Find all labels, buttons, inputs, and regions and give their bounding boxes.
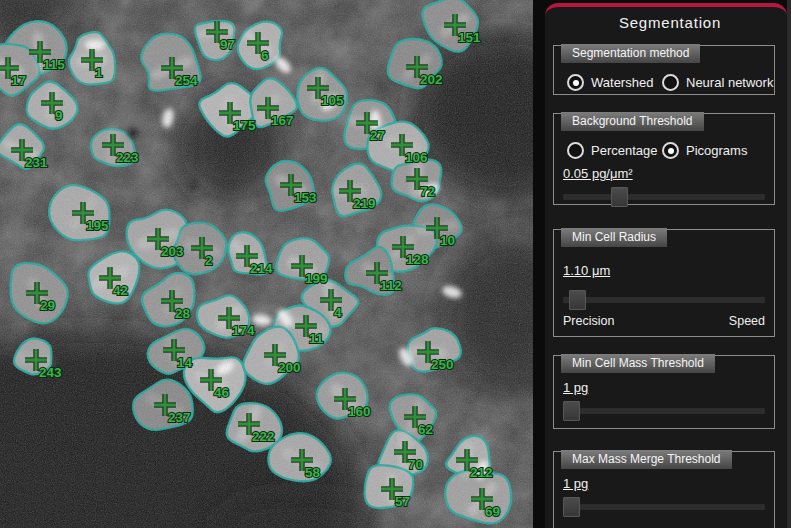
cell-id-label: 58 [305,465,321,480]
cell-id-label: 195 [86,218,109,233]
cell-id-label: 10 [440,233,455,248]
cell-id-label: 69 [485,504,500,519]
cell-id-label: 222 [252,429,275,444]
slider-track[interactable] [563,504,765,510]
cell-id-label: 70 [408,457,423,472]
cell-id-label: 199 [305,271,328,286]
cell-id-label: 9 [55,108,63,123]
cell-id-label: 203 [161,244,184,259]
slider-thumb[interactable] [563,401,580,421]
slider-thumb[interactable] [611,187,628,207]
cell-id-label: 4 [334,305,342,320]
cell-id-label: 72 [420,184,435,199]
cell-id-label: 2 [205,253,213,268]
cell-id-label: 237 [168,410,191,425]
slider-max-label: Speed [729,314,765,328]
slider-track[interactable] [563,194,765,200]
cell-id-label: 105 [321,93,344,108]
slider-min-label: Precision [563,314,614,328]
cell-id-label: 14 [177,355,193,370]
cell-id-label: 160 [348,404,371,419]
cell-id-label: 1 [95,65,103,80]
cell-id-label: 254 [175,73,198,88]
cell-id-label: 250 [431,357,454,372]
cell-id-label: 97 [220,37,235,52]
cell-id-label: 42 [113,283,128,298]
cell-id-label: 231 [25,155,48,170]
cell-id-label: 175 [233,118,256,133]
group-caption: Min Cell Mass Threshold [561,354,715,373]
cell-id-label: 243 [39,365,62,380]
cell-id-label: 174 [232,323,255,338]
group-caption: Max Mass Merge Threshold [561,450,732,469]
radio-label: Neural network [686,75,773,90]
cell-id-label: 219 [353,196,376,211]
background-threshold-slider[interactable] [563,187,765,207]
cell-id-label: 153 [294,190,317,205]
group-background-threshold: Background Threshold Percentage Picogram… [553,113,775,205]
cell-id-label: 6 [261,48,269,63]
cell-id-label: 212 [470,465,493,480]
group-caption: Background Threshold [561,112,704,131]
group-caption: Segmentation method [561,44,700,63]
radio-circle-icon [662,142,679,159]
cell-id-label: 11 [309,331,324,346]
slider-track[interactable] [563,408,765,414]
cell-id-label: 17 [11,73,26,88]
radio-circle-icon [567,142,584,159]
radio-label: Percentage [591,143,658,158]
min-cell-radius-value[interactable]: 1.10 μm [563,263,610,278]
window-edge-strip [787,0,791,528]
max-mass-merge-slider[interactable] [563,497,765,517]
cell-id-label: 115 [43,57,65,72]
cell-id-label: 200 [278,360,301,375]
group-segmentation-method: Segmentation method Watershed Neural net… [553,45,775,95]
cell-id-label: 202 [420,72,443,87]
cell-id-label: 28 [175,306,191,321]
slider-thumb[interactable] [569,290,586,310]
radio-percentage[interactable]: Percentage [567,142,662,159]
slider-track[interactable] [563,297,765,303]
cell-id-label: 223 [116,150,139,165]
group-caption: Min Cell Radius [561,228,667,247]
cell-id-label: 167 [271,113,294,128]
cell-id-label: 106 [405,150,428,165]
cell-id-label: 57 [395,494,410,509]
slider-thumb[interactable] [563,497,580,517]
microscopy-view[interactable]: 1151712549769175223231151202105167271061… [0,0,533,528]
cell-id-label: 112 [380,278,402,293]
min-cell-radius-slider[interactable] [563,290,765,310]
radio-neural-network[interactable]: Neural network [662,74,773,91]
radio-circle-icon [567,74,584,91]
group-min-cell-radius: Min Cell Radius 1.10 μm Precision Speed [553,229,775,337]
cell-id-label: 128 [406,252,429,267]
cell-id-label: 151 [458,30,481,45]
radio-circle-icon [662,74,679,91]
cell-id-label: 27 [370,128,385,143]
cell-id-label: 46 [214,385,230,400]
segmented-cells-canvas[interactable]: 1151712549769175223231151202105167271061… [0,0,533,528]
group-max-mass-merge-threshold: Max Mass Merge Threshold 1 pg [553,451,775,528]
cell-id-label: 62 [418,422,433,437]
radio-picograms[interactable]: Picograms [662,142,747,159]
cell-id-label: 214 [250,261,273,276]
min-cell-mass-slider[interactable] [563,401,765,421]
panel-title: Segmentation [553,14,787,31]
segmentation-panel: Segmentation Segmentation method Watersh… [545,3,787,528]
background-threshold-value[interactable]: 0.05 pg/μm² [563,166,633,181]
radio-label: Picograms [686,143,747,158]
radio-watershed[interactable]: Watershed [567,74,662,91]
max-mass-merge-value[interactable]: 1 pg [563,476,588,491]
group-min-cell-mass-threshold: Min Cell Mass Threshold 1 pg [553,355,775,429]
cell-id-label: 29 [40,298,55,313]
radio-label: Watershed [591,75,653,90]
min-cell-mass-value[interactable]: 1 pg [563,380,588,395]
